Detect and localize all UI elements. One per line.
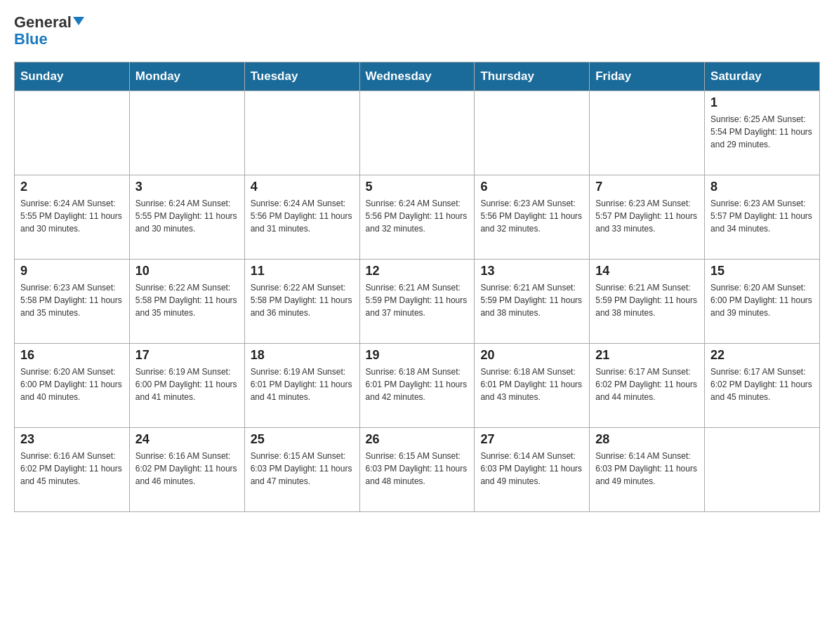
calendar-cell: [129, 91, 244, 175]
calendar-cell: 19Sunrise: 6:18 AM Sunset: 6:01 PM Dayli…: [359, 344, 475, 428]
day-info: Sunrise: 6:24 AM Sunset: 5:55 PM Dayligh…: [135, 197, 239, 235]
day-info: Sunrise: 6:23 AM Sunset: 5:56 PM Dayligh…: [480, 197, 583, 235]
calendar-cell: 15Sunrise: 6:20 AM Sunset: 6:00 PM Dayli…: [705, 260, 820, 344]
day-number: 3: [135, 180, 239, 194]
day-number: 19: [366, 348, 469, 363]
calendar-week-row-2: 2Sunrise: 6:24 AM Sunset: 5:55 PM Daylig…: [15, 175, 820, 260]
day-info: Sunrise: 6:23 AM Sunset: 5:58 PM Dayligh…: [20, 281, 124, 319]
day-info: Sunrise: 6:18 AM Sunset: 6:01 PM Dayligh…: [366, 365, 469, 403]
day-info: Sunrise: 6:24 AM Sunset: 5:55 PM Dayligh…: [20, 197, 124, 235]
day-info: Sunrise: 6:16 AM Sunset: 6:02 PM Dayligh…: [135, 450, 239, 488]
day-number: 4: [251, 180, 354, 194]
day-info: Sunrise: 6:17 AM Sunset: 6:02 PM Dayligh…: [710, 365, 814, 403]
calendar-cell: 22Sunrise: 6:17 AM Sunset: 6:02 PM Dayli…: [705, 344, 820, 428]
calendar-cell: 18Sunrise: 6:19 AM Sunset: 6:01 PM Dayli…: [244, 344, 359, 428]
calendar-cell: 20Sunrise: 6:18 AM Sunset: 6:01 PM Dayli…: [475, 344, 590, 428]
day-info: Sunrise: 6:14 AM Sunset: 6:03 PM Dayligh…: [595, 450, 699, 488]
day-info: Sunrise: 6:21 AM Sunset: 5:59 PM Dayligh…: [366, 281, 469, 319]
calendar-cell: 9Sunrise: 6:23 AM Sunset: 5:58 PM Daylig…: [15, 260, 130, 344]
calendar-cell: 7Sunrise: 6:23 AM Sunset: 5:57 PM Daylig…: [590, 175, 705, 260]
day-number: 25: [251, 432, 354, 447]
day-info: Sunrise: 6:20 AM Sunset: 6:00 PM Dayligh…: [710, 281, 814, 319]
day-info: Sunrise: 6:24 AM Sunset: 5:56 PM Dayligh…: [366, 197, 469, 235]
day-number: 28: [595, 432, 699, 447]
calendar-week-row-1: 1Sunrise: 6:25 AM Sunset: 5:54 PM Daylig…: [15, 91, 820, 175]
logo-general: General: [14, 13, 72, 31]
calendar-cell: 27Sunrise: 6:14 AM Sunset: 6:03 PM Dayli…: [475, 428, 590, 512]
day-number: 15: [710, 264, 814, 279]
day-number: 13: [480, 264, 583, 279]
calendar-cell: 14Sunrise: 6:21 AM Sunset: 5:59 PM Dayli…: [590, 260, 705, 344]
calendar-day-header-saturday: Saturday: [705, 62, 820, 91]
day-number: 1: [710, 95, 814, 110]
day-info: Sunrise: 6:22 AM Sunset: 5:58 PM Dayligh…: [251, 281, 354, 319]
day-info: Sunrise: 6:16 AM Sunset: 6:02 PM Dayligh…: [20, 450, 124, 488]
day-info: Sunrise: 6:22 AM Sunset: 5:58 PM Dayligh…: [135, 281, 239, 319]
calendar-cell: 11Sunrise: 6:22 AM Sunset: 5:58 PM Dayli…: [244, 260, 359, 344]
day-number: 18: [251, 348, 354, 363]
calendar-cell: 28Sunrise: 6:14 AM Sunset: 6:03 PM Dayli…: [590, 428, 705, 512]
calendar-cell: 12Sunrise: 6:21 AM Sunset: 5:59 PM Dayli…: [359, 260, 475, 344]
day-info: Sunrise: 6:17 AM Sunset: 6:02 PM Dayligh…: [595, 365, 699, 403]
calendar-table: SundayMondayTuesdayWednesdayThursdayFrid…: [14, 62, 820, 512]
calendar-week-row-3: 9Sunrise: 6:23 AM Sunset: 5:58 PM Daylig…: [15, 260, 820, 344]
calendar-cell: 10Sunrise: 6:22 AM Sunset: 5:58 PM Dayli…: [129, 260, 244, 344]
day-info: Sunrise: 6:20 AM Sunset: 6:00 PM Dayligh…: [20, 365, 124, 403]
calendar-day-header-thursday: Thursday: [475, 62, 590, 91]
calendar-cell: [244, 91, 359, 175]
day-number: 16: [20, 348, 124, 363]
day-info: Sunrise: 6:15 AM Sunset: 6:03 PM Dayligh…: [366, 450, 469, 488]
calendar-cell: 24Sunrise: 6:16 AM Sunset: 6:02 PM Dayli…: [129, 428, 244, 512]
calendar-day-header-monday: Monday: [129, 62, 244, 91]
calendar-cell: 3Sunrise: 6:24 AM Sunset: 5:55 PM Daylig…: [129, 175, 244, 260]
day-info: Sunrise: 6:21 AM Sunset: 5:59 PM Dayligh…: [595, 281, 699, 319]
day-number: 20: [480, 348, 583, 363]
calendar-cell: [590, 91, 705, 175]
day-number: 23: [20, 432, 124, 447]
logo-text: General Blue: [14, 14, 84, 48]
day-info: Sunrise: 6:19 AM Sunset: 6:01 PM Dayligh…: [251, 365, 354, 403]
calendar-cell: [359, 91, 475, 175]
day-number: 24: [135, 432, 239, 447]
logo-blue: Blue: [14, 30, 48, 48]
day-number: 7: [595, 180, 699, 194]
day-number: 9: [20, 264, 124, 279]
day-info: Sunrise: 6:14 AM Sunset: 6:03 PM Dayligh…: [480, 450, 583, 488]
day-info: Sunrise: 6:15 AM Sunset: 6:03 PM Dayligh…: [251, 450, 354, 488]
day-info: Sunrise: 6:24 AM Sunset: 5:56 PM Dayligh…: [251, 197, 354, 235]
calendar-header-row: SundayMondayTuesdayWednesdayThursdayFrid…: [15, 62, 820, 91]
calendar-cell: 8Sunrise: 6:23 AM Sunset: 5:57 PM Daylig…: [705, 175, 820, 260]
calendar-day-header-sunday: Sunday: [15, 62, 130, 91]
calendar-cell: 2Sunrise: 6:24 AM Sunset: 5:55 PM Daylig…: [15, 175, 130, 260]
day-number: 11: [251, 264, 354, 279]
calendar-cell: 26Sunrise: 6:15 AM Sunset: 6:03 PM Dayli…: [359, 428, 475, 512]
day-number: 27: [480, 432, 583, 447]
calendar-week-row-5: 23Sunrise: 6:16 AM Sunset: 6:02 PM Dayli…: [15, 428, 820, 512]
day-number: 8: [710, 180, 814, 194]
day-number: 14: [595, 264, 699, 279]
day-number: 21: [595, 348, 699, 363]
page-header: General Blue: [14, 14, 820, 48]
day-number: 2: [20, 180, 124, 194]
calendar-cell: 25Sunrise: 6:15 AM Sunset: 6:03 PM Dayli…: [244, 428, 359, 512]
calendar-cell: 1Sunrise: 6:25 AM Sunset: 5:54 PM Daylig…: [705, 91, 820, 175]
day-info: Sunrise: 6:25 AM Sunset: 5:54 PM Dayligh…: [710, 113, 814, 151]
logo-triangle-icon: [73, 17, 84, 25]
calendar-cell: 21Sunrise: 6:17 AM Sunset: 6:02 PM Dayli…: [590, 344, 705, 428]
day-info: Sunrise: 6:23 AM Sunset: 5:57 PM Dayligh…: [595, 197, 699, 235]
calendar-cell: 23Sunrise: 6:16 AM Sunset: 6:02 PM Dayli…: [15, 428, 130, 512]
day-number: 10: [135, 264, 239, 279]
day-info: Sunrise: 6:19 AM Sunset: 6:00 PM Dayligh…: [135, 365, 239, 403]
calendar-cell: 6Sunrise: 6:23 AM Sunset: 5:56 PM Daylig…: [475, 175, 590, 260]
calendar-cell: 5Sunrise: 6:24 AM Sunset: 5:56 PM Daylig…: [359, 175, 475, 260]
day-info: Sunrise: 6:23 AM Sunset: 5:57 PM Dayligh…: [710, 197, 814, 235]
calendar-day-header-wednesday: Wednesday: [359, 62, 475, 91]
calendar-day-header-tuesday: Tuesday: [244, 62, 359, 91]
calendar-cell: 17Sunrise: 6:19 AM Sunset: 6:00 PM Dayli…: [129, 344, 244, 428]
calendar-cell: 13Sunrise: 6:21 AM Sunset: 5:59 PM Dayli…: [475, 260, 590, 344]
calendar-cell: [475, 91, 590, 175]
calendar-cell: [705, 428, 820, 512]
calendar-week-row-4: 16Sunrise: 6:20 AM Sunset: 6:00 PM Dayli…: [15, 344, 820, 428]
calendar-cell: 16Sunrise: 6:20 AM Sunset: 6:00 PM Dayli…: [15, 344, 130, 428]
day-info: Sunrise: 6:18 AM Sunset: 6:01 PM Dayligh…: [480, 365, 583, 403]
